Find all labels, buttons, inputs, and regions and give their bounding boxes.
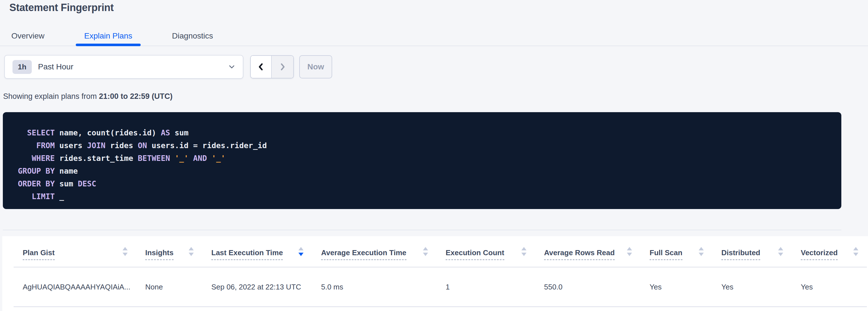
cell-average-execution-time: 5.0 ms: [312, 283, 437, 291]
time-range-dropdown[interactable]: 1h Past Hour: [4, 55, 243, 79]
sql-code-line: ORDER BY sum DESC: [18, 177, 841, 190]
cell-execution-count: 1: [437, 283, 535, 291]
cell-full-scan: Yes: [641, 283, 712, 291]
column-header-label: Full Scan: [650, 249, 682, 260]
cell-vectorized: Yes: [792, 283, 867, 291]
chevron-down-icon: [227, 63, 236, 71]
sort-icon[interactable]: [699, 247, 704, 260]
sql-code-line: WHERE rides.start_time BETWEEN '_' AND '…: [18, 152, 841, 165]
sort-icon[interactable]: [423, 247, 428, 260]
summary-prefix: Showing explain plans from: [3, 92, 99, 101]
sort-icon[interactable]: [853, 247, 858, 260]
sort-icon[interactable]: [521, 247, 526, 260]
column-header-label: Insights: [145, 249, 174, 260]
sql-code-line: LIMIT _: [18, 190, 841, 203]
sort-icon[interactable]: [627, 247, 632, 260]
sort-icon[interactable]: [123, 247, 128, 260]
sql-code-line: GROUP BY name: [18, 165, 841, 177]
column-header-execution-count[interactable]: Execution Count: [437, 236, 535, 267]
sql-code-line: FROM users JOIN rides ON users.id = ride…: [18, 139, 841, 152]
tab-label: Diagnostics: [172, 31, 213, 40]
sort-icon[interactable]: [299, 247, 304, 260]
column-header-label: Vectorized: [801, 249, 838, 260]
summary-time-range: 21:00 to 22:59 (UTC): [99, 92, 173, 101]
column-header-average-execution-time[interactable]: Average Execution Time: [312, 236, 437, 267]
sql-code-line: SELECT name, count(rides.id) AS sum: [18, 126, 841, 139]
column-header-distributed[interactable]: Distributed: [712, 236, 792, 267]
next-time-range-button[interactable]: [272, 56, 293, 78]
cell-plan-gist: AgHUAQIABQAAAAHYAQIAiA...: [13, 283, 136, 291]
showing-plans-summary: Showing explain plans from 21:00 to 22:5…: [3, 92, 173, 101]
tab-label: Overview: [11, 31, 44, 40]
statement-fingerprint-page: Statement Fingerprint Overview Explain P…: [0, 0, 868, 311]
table-row: AgHUAQIABQAAAAHYAQIAiA... None Sep 06, 2…: [13, 267, 867, 307]
tab-overview[interactable]: Overview: [3, 26, 53, 46]
cell-insights: None: [136, 283, 202, 291]
chevron-right-icon: [278, 62, 287, 72]
time-range-selected-value: Past Hour: [38, 62, 73, 71]
time-range-arrows: [250, 55, 294, 78]
tab-label: Explain Plans: [84, 31, 132, 40]
column-header-average-rows-read[interactable]: Average Rows Read: [535, 236, 641, 267]
column-header-label: Average Rows Read: [544, 249, 615, 260]
explain-plans-table-card: Plan Gist Insights Last Execution Time A…: [2, 236, 868, 311]
tab-diagnostics[interactable]: Diagnostics: [163, 26, 221, 46]
explain-plans-table: Plan Gist Insights Last Execution Time A…: [13, 236, 867, 307]
chevron-left-icon: [256, 62, 266, 72]
column-header-full-scan[interactable]: Full Scan: [641, 236, 712, 267]
column-header-label: Execution Count: [446, 249, 504, 260]
cell-average-rows-read: 550.0: [535, 283, 641, 291]
section-divider: [3, 230, 841, 230]
previous-time-range-button[interactable]: [251, 56, 272, 78]
cell-last-execution-time: Sep 06, 2022 at 22:13 UTC: [202, 283, 312, 291]
column-header-label: Plan Gist: [23, 249, 55, 260]
column-header-insights[interactable]: Insights: [136, 236, 202, 267]
column-header-label: Average Execution Time: [321, 249, 406, 260]
sort-icon[interactable]: [189, 247, 194, 260]
now-button[interactable]: Now: [299, 55, 332, 78]
column-header-label: Distributed: [721, 249, 760, 260]
cell-distributed: Yes: [712, 283, 792, 291]
page-title: Statement Fingerprint: [9, 2, 114, 13]
sql-statement-box: SELECT name, count(rides.id) AS sum FROM…: [3, 112, 841, 209]
table-header-row: Plan Gist Insights Last Execution Time A…: [13, 236, 867, 267]
column-header-vectorized[interactable]: Vectorized: [792, 236, 867, 267]
tab-bar: Overview Explain Plans Diagnostics: [3, 26, 244, 46]
sort-icon[interactable]: [778, 247, 783, 260]
column-header-plan-gist[interactable]: Plan Gist: [13, 236, 136, 267]
column-header-label: Last Execution Time: [211, 249, 283, 260]
time-range-badge: 1h: [12, 60, 32, 74]
column-header-last-execution-time[interactable]: Last Execution Time: [202, 236, 312, 267]
tab-explain-plans[interactable]: Explain Plans: [76, 26, 141, 46]
